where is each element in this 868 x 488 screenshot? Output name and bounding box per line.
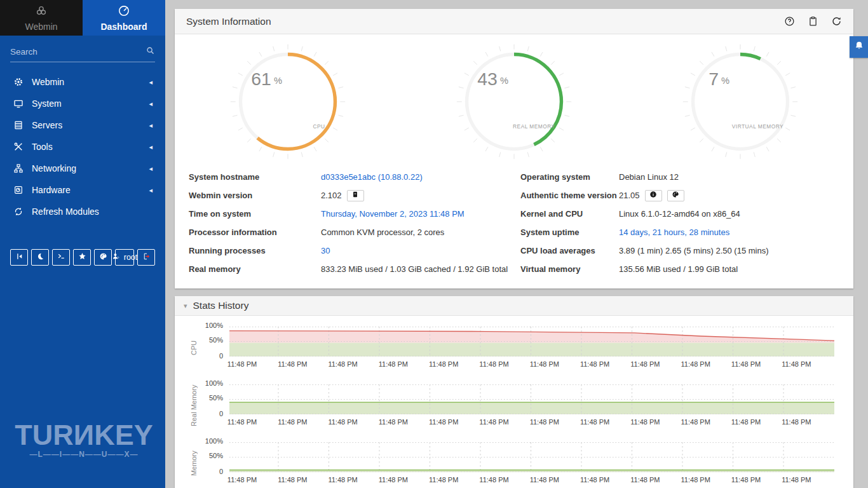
favorites-button[interactable] (73, 249, 91, 266)
info-value[interactable]: Thursday, November 2, 2023 11:48 PM (321, 209, 465, 219)
user-menu-button[interactable]: root (115, 249, 134, 266)
info-value[interactable]: 30 (321, 246, 330, 255)
chart-x-labels: 11:48 PM11:48 PM11:48 PM11:48 PM11:48 PM… (229, 356, 834, 369)
shell-button[interactable] (52, 249, 70, 266)
info-value: Linux 6.1.0-12-amd64 on x86_64 (619, 209, 740, 219)
info-value[interactable]: 14 days, 21 hours, 28 minutes (619, 227, 729, 237)
sidebar-item-webmin[interactable]: Webmin◂ (0, 71, 165, 93)
chart-plot-area (229, 327, 834, 356)
chevron-left-icon: ◂ (149, 143, 153, 151)
x-tick-label: 11:48 PM (479, 418, 508, 426)
logout-button[interactable] (137, 249, 155, 266)
table-row: Running processes30 (189, 241, 509, 260)
chevron-left-icon: ◂ (149, 165, 153, 173)
svg-text:VIRTUAL MEMORY: VIRTUAL MEMORY (732, 123, 783, 130)
module-refresh-button[interactable] (831, 16, 842, 27)
cpu-gauge: 61 %CPU (175, 39, 401, 164)
monitor-icon (13, 98, 24, 109)
search-icon[interactable] (146, 46, 155, 58)
svg-text:REAL MEMORY: REAL MEMORY (513, 123, 555, 130)
chart-y-ticks: 100%50%0 (201, 442, 229, 472)
x-tick-label: 11:48 PM (530, 476, 559, 484)
info-value[interactable]: d0333e5e1abc (10.88.0.22) (321, 172, 423, 182)
tab-webmin[interactable]: Webmin (0, 0, 83, 36)
chart-y-ticks: 100%50%0 (201, 327, 229, 356)
chart-x-labels: 11:48 PM11:48 PM11:48 PM11:48 PM11:48 PM… (229, 472, 834, 484)
x-tick-label: 11:48 PM (530, 418, 559, 426)
x-tick-label: 11:48 PM (379, 476, 408, 484)
x-tick-label: 11:48 PM (479, 360, 508, 368)
stats-history-header[interactable]: ▾ Stats History (175, 296, 853, 316)
table-row: System hostnamed0333e5e1abc (10.88.0.22) (189, 168, 509, 186)
info-value: 135.56 MiB used / 1.99 GiB total (619, 264, 738, 274)
search-input[interactable] (10, 47, 146, 57)
chart-plot-area (229, 384, 834, 414)
sidebar-search (10, 46, 155, 62)
tools-icon (13, 142, 24, 152)
gauge-icon (118, 4, 130, 19)
info-icon (649, 191, 657, 200)
x-tick-label: 11:48 PM (278, 418, 307, 426)
x-tick-label: 11:48 PM (328, 418, 357, 426)
y-tick-label: 0 (219, 352, 223, 360)
stats-history-body: CPU100%50%011:48 PM11:48 PM11:48 PM11:48… (175, 316, 853, 484)
table-row: Authentic theme version21.05 (520, 186, 841, 205)
info-value: 2.102 (321, 191, 342, 200)
gauges-row: 61 %CPU43 %REAL MEMORY7 %VIRTUAL MEMORY (175, 34, 853, 164)
sidebar-item-refresh-modules[interactable]: Refresh Modules (0, 201, 165, 222)
stats-history-title: Stats History (193, 300, 249, 311)
x-tick-label: 11:48 PM (429, 418, 458, 426)
sidebar-item-system[interactable]: System◂ (0, 93, 165, 114)
x-tick-label: 11:48 PM (630, 360, 660, 368)
sidebar-item-hardware[interactable]: Hardware◂ (0, 179, 165, 201)
chart-x-labels: 11:48 PM11:48 PM11:48 PM11:48 PM11:48 PM… (229, 414, 834, 426)
info-label: Webmin version (189, 191, 321, 200)
table-row: Real memory833.23 MiB used / 1.03 GiB ca… (189, 260, 509, 278)
page-title: System Information (186, 16, 271, 27)
network-icon (13, 163, 24, 173)
svg-text:61 %: 61 % (251, 69, 282, 89)
y-tick-label: 0 (219, 410, 223, 417)
tab-dashboard[interactable]: Dashboard (83, 0, 165, 36)
module-actions (784, 16, 842, 27)
svg-text:CPU: CPU (313, 123, 325, 130)
chart-axis-label: Memory (186, 442, 201, 484)
module-help-button[interactable] (784, 16, 795, 27)
changelog-badge-button[interactable] (347, 190, 364, 201)
sidebar-item-servers[interactable]: Servers◂ (0, 114, 165, 136)
module-copy-button[interactable] (808, 16, 818, 27)
y-tick-label: 50% (209, 336, 223, 344)
turnkey-logo-title: TURИKEY (6, 421, 161, 449)
chart-plot-area (229, 442, 834, 472)
night-mode-button[interactable] (31, 249, 49, 266)
info-label: Kernel and CPU (520, 209, 619, 219)
x-tick-label: 11:48 PM (782, 360, 811, 368)
info-badge-button[interactable] (645, 190, 662, 201)
x-tick-label: 11:48 PM (379, 360, 408, 368)
info-value: Debian Linux 12 (619, 172, 679, 182)
sidebar-item-tools[interactable]: Tools◂ (0, 136, 165, 158)
servers-icon (13, 120, 24, 130)
x-tick-label: 11:48 PM (681, 418, 710, 426)
table-row: Processor informationCommon KVM processo… (189, 223, 509, 241)
y-tick-label: 50% (209, 394, 223, 402)
info-label: System uptime (520, 227, 619, 237)
virtual-memory-gauge: 7 %VIRTUAL MEMORY (627, 39, 853, 164)
sidebar-item-networking[interactable]: Networking◂ (0, 158, 165, 179)
logged-in-user: root (124, 253, 138, 262)
chevron-left-icon: ◂ (149, 121, 153, 130)
x-tick-label: 11:48 PM (227, 418, 257, 426)
turnkey-logo-subtitle: —L——I——N——U——X— (6, 450, 161, 459)
collapse-navigation-button[interactable] (10, 249, 28, 266)
sidebar-menu: Webmin◂System◂Servers◂Tools◂Networking◂H… (0, 71, 165, 222)
x-tick-label: 11:48 PM (782, 476, 811, 484)
table-row: Virtual memory135.56 MiB used / 1.99 GiB… (520, 260, 841, 278)
table-row: CPU load averages3.89 (1 min) 2.65 (5 mi… (520, 241, 841, 260)
theme-settings-button[interactable] (94, 249, 112, 266)
palette-badge-button[interactable] (667, 190, 684, 201)
x-tick-label: 11:48 PM (328, 476, 357, 484)
notifications-button[interactable] (850, 36, 868, 58)
sidebar-item-label: Refresh Modules (32, 207, 99, 217)
info-value: 3.89 (1 min) 2.65 (5 mins) 2.50 (15 mins… (619, 246, 769, 255)
y-tick-label: 100% (205, 437, 223, 445)
